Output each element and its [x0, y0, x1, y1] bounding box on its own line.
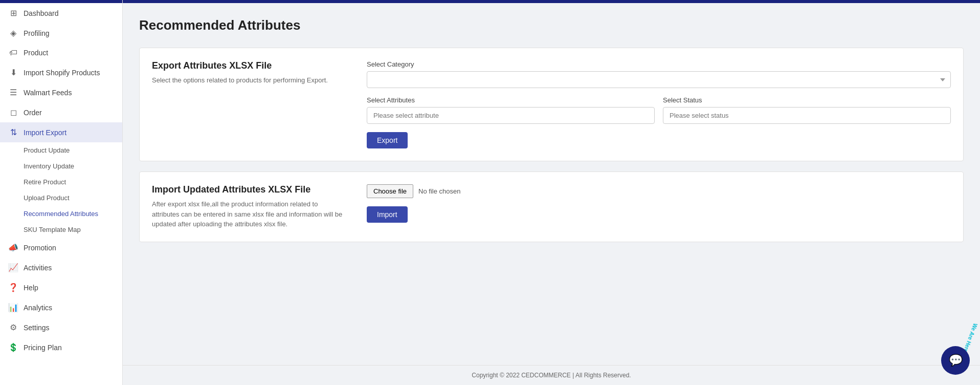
sidebar-submenu: Product Update Inventory Update Retire P…: [0, 142, 122, 238]
sidebar-subitem-recommended-attributes[interactable]: Recommended Attributes: [0, 206, 122, 222]
file-input-row: Choose file No file chosen: [367, 184, 951, 198]
sidebar-item-dashboard[interactable]: ⊞ Dashboard: [0, 3, 122, 23]
import-card-right: Choose file No file chosen Import: [367, 184, 951, 229]
select-category-label: Select Category: [367, 60, 951, 68]
sidebar-item-profiling[interactable]: ◈ Profiling: [0, 23, 122, 43]
activities-icon: 📈: [8, 263, 18, 272]
sidebar-item-help[interactable]: ❓ Help: [0, 277, 122, 297]
select-category-dropdown[interactable]: [367, 71, 951, 88]
sidebar-item-label: Profiling: [24, 29, 50, 37]
sidebar-item-label: Product: [24, 49, 48, 57]
sidebar-item-label: Pricing Plan: [24, 344, 62, 352]
content-area: Recommended Attributes Export Attributes…: [123, 3, 980, 365]
export-section-desc: Select the options related to products f…: [152, 75, 346, 85]
export-card: Export Attributes XLSX File Select the o…: [139, 48, 964, 161]
import-section-title: Import Updated Attributes XLSX File: [152, 184, 346, 195]
select-status-input[interactable]: [663, 107, 951, 124]
subitem-label: Inventory Update: [24, 162, 74, 170]
export-card-right: Select Category Select Attributes Select…: [367, 60, 951, 148]
sidebar-subitem-retire-product[interactable]: Retire Product: [0, 174, 122, 190]
chat-bubble[interactable]: 💬: [941, 346, 970, 375]
sidebar-item-label: Dashboard: [24, 9, 59, 17]
sidebar-item-label: Import Export: [24, 129, 66, 137]
select-attributes-input[interactable]: [367, 107, 655, 124]
sidebar-item-promotion[interactable]: 📣 Promotion: [0, 238, 122, 258]
subitem-label: SKU Template Map: [24, 226, 81, 233]
footer: Copyright © 2022 CEDCOMMERCE | All Right…: [123, 365, 980, 385]
main-content: Recommended Attributes Export Attributes…: [123, 0, 980, 385]
export-button[interactable]: Export: [367, 132, 408, 148]
sidebar-item-order[interactable]: ◻ Order: [0, 102, 122, 122]
import-export-icon: ⇅: [8, 127, 18, 137]
footer-copyright: Copyright © 2022 CEDCOMMERCE | All Right…: [472, 372, 631, 379]
select-attributes-group: Select Attributes: [367, 96, 655, 124]
sidebar-item-pricing-plan[interactable]: 💲 Pricing Plan: [0, 337, 122, 357]
dashboard-icon: ⊞: [8, 8, 18, 18]
sidebar-item-label: Order: [24, 109, 42, 117]
sidebar-item-label: Walmart Feeds: [24, 89, 72, 97]
sidebar-subitem-inventory-update[interactable]: Inventory Update: [0, 158, 122, 174]
subitem-label: Retire Product: [24, 178, 66, 186]
select-category-group: Select Category: [367, 60, 951, 88]
sidebar-item-import-shopify[interactable]: ⬇ Import Shopify Products: [0, 62, 122, 82]
product-icon: 🏷: [8, 48, 18, 57]
choose-file-button[interactable]: Choose file: [367, 184, 413, 198]
sidebar-item-label: Activities: [24, 264, 52, 272]
no-file-chosen-text: No file chosen: [418, 187, 460, 195]
select-attributes-label: Select Attributes: [367, 96, 655, 104]
subitem-label: Product Update: [24, 146, 70, 154]
sidebar-item-product[interactable]: 🏷 Product: [0, 43, 122, 62]
chat-icon: 💬: [949, 354, 963, 367]
subitem-label: Recommended Attributes: [24, 210, 98, 218]
import-shopify-icon: ⬇: [8, 68, 18, 77]
sidebar-item-analytics[interactable]: 📊 Analytics: [0, 297, 122, 317]
sidebar-item-import-export[interactable]: ⇅ Import Export: [0, 122, 122, 142]
attributes-status-row: Select Attributes Select Status: [367, 96, 951, 132]
import-section-desc: After export xlsx file,all the product i…: [152, 199, 346, 229]
import-card: Import Updated Attributes XLSX File Afte…: [139, 172, 964, 242]
sidebar-item-label: Help: [24, 284, 38, 292]
page-title: Recommended Attributes: [139, 17, 964, 33]
sidebar-subitem-upload-product[interactable]: Upload Product: [0, 190, 122, 206]
sidebar-item-walmart-feeds[interactable]: ☰ Walmart Feeds: [0, 82, 122, 102]
export-card-left: Export Attributes XLSX File Select the o…: [152, 60, 346, 148]
walmart-feeds-icon: ☰: [8, 88, 18, 97]
promotion-icon: 📣: [8, 243, 18, 252]
help-icon: ❓: [8, 283, 18, 292]
profiling-icon: ◈: [8, 28, 18, 38]
sidebar-subitem-product-update[interactable]: Product Update: [0, 142, 122, 158]
import-button[interactable]: Import: [367, 206, 408, 223]
settings-icon: ⚙: [8, 323, 18, 332]
sidebar: ⊞ Dashboard ◈ Profiling 🏷 Product ⬇ Impo…: [0, 0, 123, 385]
sidebar-item-label: Promotion: [24, 244, 56, 252]
pricing-plan-icon: 💲: [8, 343, 18, 352]
sidebar-item-settings[interactable]: ⚙ Settings: [0, 317, 122, 337]
sidebar-item-label: Import Shopify Products: [24, 69, 100, 77]
export-section-title: Export Attributes XLSX File: [152, 60, 346, 71]
sidebar-subitem-sku-template-map[interactable]: SKU Template Map: [0, 222, 122, 238]
sidebar-item-activities[interactable]: 📈 Activities: [0, 258, 122, 277]
sidebar-item-label: Settings: [24, 324, 50, 332]
select-status-label: Select Status: [663, 96, 951, 104]
import-card-left: Import Updated Attributes XLSX File Afte…: [152, 184, 346, 229]
sidebar-item-label: Analytics: [24, 304, 52, 312]
analytics-icon: 📊: [8, 303, 18, 312]
select-status-group: Select Status: [663, 96, 951, 124]
subitem-label: Upload Product: [24, 194, 70, 202]
order-icon: ◻: [8, 108, 18, 117]
